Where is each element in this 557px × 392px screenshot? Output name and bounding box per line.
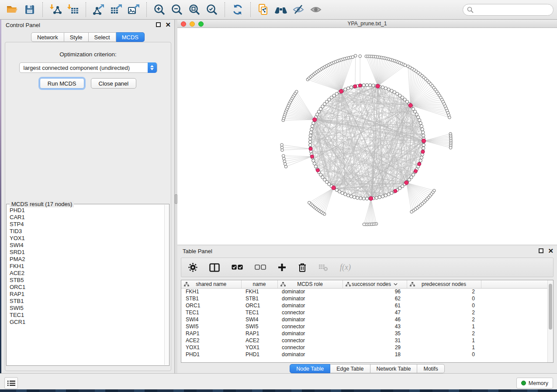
show-all-button[interactable] xyxy=(309,3,323,17)
zoom-in-button[interactable] xyxy=(152,3,166,17)
table-row[interactable]: YOX1YOX1connector291 xyxy=(181,344,548,351)
minimize-window-button[interactable] xyxy=(190,21,195,27)
delete-columns-button[interactable] xyxy=(298,263,307,272)
zoom-fit-selected-button[interactable] xyxy=(205,3,219,17)
mcds-result-item[interactable]: SRD1 xyxy=(10,249,164,256)
import-network-button[interactable] xyxy=(48,3,62,17)
table-row[interactable]: RAP1RAP1dominator352 xyxy=(181,330,548,337)
tab-motifs[interactable]: Motifs xyxy=(417,364,444,373)
column-header-successor-nodes[interactable]: successor nodes xyxy=(343,280,407,288)
import-table-icon xyxy=(67,3,79,16)
mcds-result-list[interactable]: PHD1CAR1STP4TID3YOX1SWI4SRD1PMA2FKH1ACE2… xyxy=(7,207,164,364)
deselect-all-button[interactable] xyxy=(255,265,266,270)
attribute-icon xyxy=(410,282,415,287)
zoom-selected-icon xyxy=(206,3,218,16)
binoculars-icon xyxy=(274,4,287,15)
reapply-layout-button[interactable] xyxy=(231,3,245,17)
mcds-result-item[interactable]: CAR1 xyxy=(10,214,164,221)
search-input[interactable] xyxy=(463,4,554,16)
show-task-history-button[interactable] xyxy=(4,377,18,389)
mcds-result-item[interactable]: YOX1 xyxy=(10,235,164,242)
tab-edge-table[interactable]: Edge Table xyxy=(330,364,370,373)
status-bar: Memory xyxy=(0,373,557,389)
network-titlebar[interactable]: YPA_prune.txt_1 xyxy=(177,20,557,28)
table-row[interactable]: SWI4SWI4dominator462 xyxy=(181,316,548,323)
tab-network[interactable]: Network xyxy=(31,32,64,42)
mcds-result-item[interactable]: STB1 xyxy=(10,298,164,305)
tab-style[interactable]: Style xyxy=(64,32,89,42)
table-scrollbar-thumb[interactable] xyxy=(549,284,552,330)
clone-network-button[interactable] xyxy=(256,3,270,17)
mcds-result-item[interactable]: RAP1 xyxy=(10,291,164,298)
node-table: shared name name MCDS role successor nod… xyxy=(181,280,554,363)
table-row[interactable]: STB1STB1dominator620 xyxy=(181,295,548,302)
table-panel: Table Panel ✕ f(x) shared name name MCDS… xyxy=(177,246,557,373)
export-table-icon xyxy=(110,3,122,16)
table-row[interactable]: SWI5SWI5connector431 xyxy=(181,323,548,330)
float-table-panel-button[interactable] xyxy=(539,248,543,253)
zoom-out-button[interactable] xyxy=(170,3,184,17)
export-network-button[interactable] xyxy=(92,3,106,17)
create-column-button[interactable] xyxy=(278,263,286,272)
toolbar-separator xyxy=(86,2,86,17)
column-header-predecessor-nodes[interactable]: predecessor nodes xyxy=(407,280,481,288)
column-header-mcds-role[interactable]: MCDS role xyxy=(277,280,343,288)
close-panel-button[interactable]: ✕ xyxy=(165,22,171,27)
toolbar-separator xyxy=(225,2,225,17)
table-row[interactable]: ORC1ORC1dominator610 xyxy=(181,302,548,309)
find-button[interactable] xyxy=(274,3,288,17)
mcds-result-item[interactable]: SWI4 xyxy=(10,242,164,249)
export-table-button[interactable] xyxy=(109,3,123,17)
mcds-result-title: MCDS result (17 nodes) xyxy=(10,201,74,207)
zoom-fit-content-button[interactable] xyxy=(187,3,201,17)
optimization-criterion-select[interactable]: largest connected component (undirected) xyxy=(19,62,157,73)
mcds-result-item[interactable]: ORC1 xyxy=(10,284,164,291)
close-window-button[interactable] xyxy=(181,21,186,27)
save-floppy-icon xyxy=(24,4,35,15)
zoom-in-icon xyxy=(153,3,166,16)
tab-mcds[interactable]: MCDS xyxy=(116,32,145,42)
table-row[interactable]: FKH1FKH1dominator962 xyxy=(181,288,548,295)
memory-button[interactable]: Memory xyxy=(516,378,553,389)
mcds-result-item[interactable]: PMA2 xyxy=(10,256,164,263)
table-row[interactable]: TEC1TEC1connector472 xyxy=(181,309,548,316)
eye-icon xyxy=(310,3,322,16)
mcds-result-item[interactable]: STP4 xyxy=(10,221,164,228)
mcds-result-item[interactable]: SWI5 xyxy=(10,305,164,312)
table-row[interactable]: PHD1PHD1dominator180 xyxy=(181,351,548,358)
table-row[interactable]: ACE2ACE2connector311 xyxy=(181,337,548,344)
mcds-result-item[interactable]: GCR1 xyxy=(10,319,164,326)
table-scrollbar[interactable] xyxy=(547,280,553,362)
export-image-button[interactable] xyxy=(127,3,141,17)
close-table-panel-button[interactable]: ✕ xyxy=(548,248,554,253)
column-header-name[interactable]: name xyxy=(241,280,277,288)
export-image-icon xyxy=(128,3,140,16)
mcds-list-scrollbar[interactable] xyxy=(164,205,169,365)
float-panel-button[interactable] xyxy=(156,22,161,27)
import-table-button[interactable] xyxy=(66,3,80,17)
function-builder-button[interactable]: f(x) xyxy=(340,263,351,272)
mcds-result-item[interactable]: TID3 xyxy=(10,228,164,235)
column-header-filler xyxy=(481,280,548,288)
close-panel-button-mcds[interactable]: Close panel xyxy=(91,78,137,89)
tab-node-table[interactable]: Node Table xyxy=(290,364,330,373)
delete-table-button[interactable] xyxy=(318,264,328,271)
tab-network-table[interactable]: Network Table xyxy=(370,364,418,373)
mcds-result-item[interactable]: STB5 xyxy=(10,277,164,284)
open-button[interactable] xyxy=(5,3,19,17)
save-button[interactable] xyxy=(23,3,37,17)
column-header-shared-name[interactable]: shared name xyxy=(181,280,241,288)
tab-select[interactable]: Select xyxy=(89,32,116,42)
mcds-result-item[interactable]: TEC1 xyxy=(10,312,164,319)
select-all-button[interactable] xyxy=(232,265,243,270)
zoom-window-button[interactable] xyxy=(198,21,204,27)
run-mcds-button[interactable]: Run MCDS xyxy=(40,78,84,89)
mcds-result-item[interactable]: PHD1 xyxy=(10,207,164,214)
mcds-result-item[interactable]: FKH1 xyxy=(10,263,164,270)
split-panel-button[interactable] xyxy=(209,263,220,272)
select-stepper-icon xyxy=(148,62,157,73)
table-mode-gear-button[interactable] xyxy=(188,263,197,272)
mcds-result-item[interactable]: ACE2 xyxy=(10,270,164,277)
hide-selected-button[interactable] xyxy=(291,3,305,17)
network-canvas[interactable] xyxy=(177,28,557,244)
